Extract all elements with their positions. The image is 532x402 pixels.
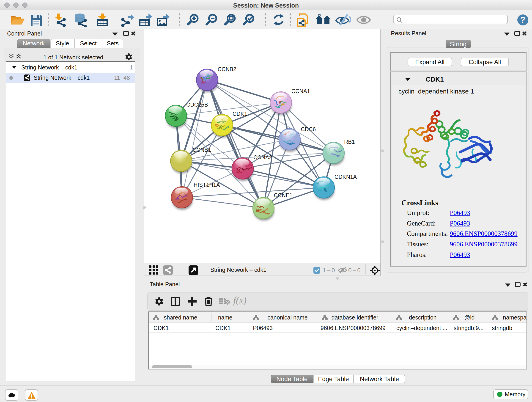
svg-text:CCNA1: CCNA1 (291, 88, 310, 94)
svg-text:RB1: RB1 (344, 139, 355, 145)
svg-text:CCNB2: CCNB2 (218, 66, 236, 72)
svg-text:CCNA2: CCNA2 (253, 154, 272, 160)
svg-text:CDK1: CDK1 (233, 111, 247, 117)
svg-text:HIST1H1A: HIST1H1A (194, 182, 220, 188)
svg-text:CCNE1: CCNE1 (274, 192, 292, 198)
svg-text:CDC6: CDC6 (301, 126, 316, 132)
svg-text:CDKN1A: CDKN1A (335, 174, 357, 180)
svg-text:CCNB1: CCNB1 (192, 147, 211, 153)
svg-text:CDC25B: CDC25B (186, 102, 208, 108)
